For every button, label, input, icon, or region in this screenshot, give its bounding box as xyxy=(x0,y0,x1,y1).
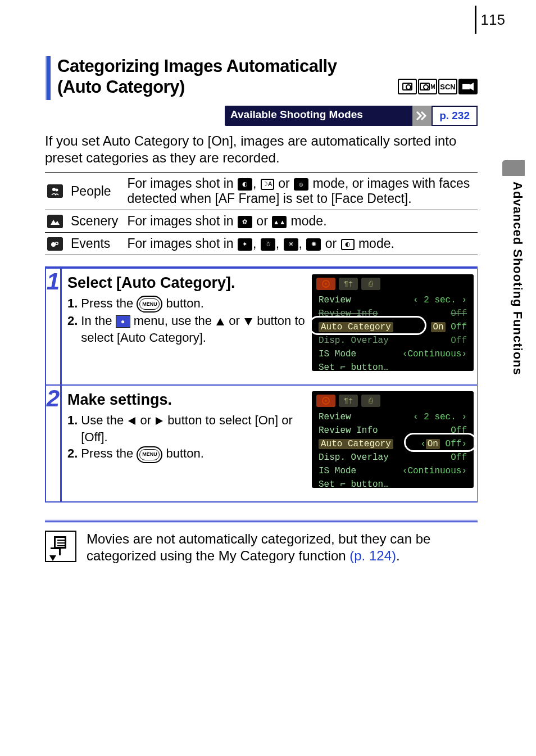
menu-button-icon: MENU xyxy=(137,296,162,313)
substep: 1. Use the or button to select [On] or [… xyxy=(67,412,307,445)
svg-point-5 xyxy=(51,242,56,247)
substep-text: In the xyxy=(81,314,115,328)
chevron-icon xyxy=(412,106,431,126)
lcd-tab-tools-icon: ¶† xyxy=(339,278,358,290)
substep-text: menu, use the xyxy=(134,314,216,328)
right-arrow-icon xyxy=(156,417,163,425)
title-line1: Categorizing Images Automatically xyxy=(57,56,337,76)
title-line2: (Auto Category) xyxy=(57,77,185,97)
table-row: Events For images shot in ✦, ☃, ☀, ✺ or … xyxy=(45,233,478,255)
svg-point-2 xyxy=(52,188,56,191)
category-desc: For images shot in ✿ or ▲▲ mode. xyxy=(122,210,478,233)
substep-number: 1. xyxy=(67,295,78,313)
category-label: People xyxy=(66,173,122,210)
page-number: 115 xyxy=(481,11,505,29)
note-text: Movies are not automatically categorized… xyxy=(87,531,478,564)
desc-text: mode. xyxy=(358,236,394,251)
available-modes-bar: Available Shooting Modes p. 232 xyxy=(225,106,478,126)
note-icon xyxy=(45,531,76,562)
available-modes-ref[interactable]: p. 232 xyxy=(431,106,478,126)
category-label: Scenery xyxy=(66,210,122,233)
svg-point-3 xyxy=(56,189,58,192)
substep: 2. In the ● menu, use the or button to s… xyxy=(67,313,307,346)
category-desc: For images shot in ◐, ☽A or ☺ mode, or i… xyxy=(122,173,478,210)
lcd-row: IS Mode‹Continuous› xyxy=(316,464,469,478)
step-number: 1 xyxy=(45,269,62,384)
page-number-block: 115 xyxy=(475,6,505,34)
side-tab: Advanced Shooting Functions xyxy=(502,160,525,375)
left-arrow-icon xyxy=(128,417,135,425)
substep-text: button. xyxy=(166,446,204,460)
steps-container: 1 Select [Auto Category]. 1. Press the M… xyxy=(45,266,478,503)
side-tab-label: Advanced Shooting Functions xyxy=(502,176,525,375)
events-icon xyxy=(47,237,63,251)
landscape-icon: ▲▲ xyxy=(272,216,287,228)
step-2: 2 Make settings. 1. Use the or button to… xyxy=(45,386,478,503)
kids-pets-icon: ☺ xyxy=(294,178,308,191)
table-row: People For images shot in ◐, ☽A or ☺ mod… xyxy=(45,173,478,210)
indoor-icon: ✦ xyxy=(238,238,252,251)
snow-icon: ☃ xyxy=(261,238,275,251)
page-number-bar xyxy=(475,6,476,34)
desc-text: For images shot in xyxy=(127,214,237,228)
content-area: Categorizing Images Automatically (Auto … xyxy=(45,56,478,564)
substep-text: Use the xyxy=(81,413,127,427)
lcd-row: Review InfoOff xyxy=(316,307,469,320)
svg-point-7 xyxy=(56,242,58,244)
menu-button-icon: MENU xyxy=(137,446,162,463)
foliage-icon: ✿ xyxy=(238,216,252,228)
available-modes-label: Available Shooting Modes xyxy=(225,106,412,126)
mode-icon-strip: M SCN xyxy=(398,79,478,94)
desc-text: For images shot in xyxy=(127,176,237,191)
rec-tab-icon: ● xyxy=(116,315,130,328)
substep-number: 2. xyxy=(67,445,78,463)
lcd-screenshot-1: ¶† ⎙ Review‹ 2 sec. › Review InfoOff Aut… xyxy=(312,274,474,371)
step-1: 1 Select [Auto Category]. 1. Press the M… xyxy=(45,269,478,386)
lcd-row: Review‹ 2 sec. › xyxy=(316,410,469,424)
substep-text: button. xyxy=(166,296,204,310)
lcd-tab-print-icon: ⎙ xyxy=(361,278,380,290)
category-label: Events xyxy=(66,233,122,255)
substep-text: Press the xyxy=(81,296,137,310)
aquarium-icon: ◐ xyxy=(341,239,355,250)
title-block: Categorizing Images Automatically (Auto … xyxy=(45,56,478,100)
lcd-row: Disp. OverlayOff xyxy=(316,451,469,464)
lcd-row-highlight: Auto Category‹On Off› xyxy=(316,437,469,451)
lcd-tab-rec-icon xyxy=(316,278,335,290)
lcd-tab-tools-icon: ¶† xyxy=(339,395,358,407)
desc-text: For images shot in xyxy=(127,236,237,251)
svg-rect-0 xyxy=(462,84,470,89)
svg-marker-1 xyxy=(470,83,474,90)
table-row: Scenery For images shot in ✿ or ▲▲ mode. xyxy=(45,210,478,233)
substep: 2. Press the MENU button. xyxy=(67,445,307,463)
substep-text: or xyxy=(140,413,155,427)
lcd-row: Set ⌐ button… xyxy=(316,361,469,374)
substep-text: Press the xyxy=(81,446,137,460)
people-icon xyxy=(47,184,63,198)
category-desc: For images shot in ✦, ☃, ☀, ✺ or ◐ mode. xyxy=(122,233,478,255)
down-arrow-icon xyxy=(244,318,252,325)
lcd-row: Set ⌐ button… xyxy=(316,478,469,491)
up-arrow-icon xyxy=(216,318,224,325)
lcd-screenshot-2: ¶† ⎙ Review‹ 2 sec. › Review InfoOff Aut… xyxy=(312,391,474,488)
substep: 1. Press the MENU button. xyxy=(67,295,307,313)
mode-movie-icon xyxy=(458,79,478,94)
desc-text: mode. xyxy=(291,214,327,228)
portrait-mode-icon: ◐ xyxy=(238,178,252,191)
substep-number: 1. xyxy=(67,412,78,445)
scenery-icon xyxy=(47,215,63,228)
note: Movies are not automatically categorized… xyxy=(45,531,478,564)
beach-icon: ☀ xyxy=(284,238,298,251)
fireworks-icon: ✺ xyxy=(306,238,321,251)
mode-scn-icon: SCN xyxy=(438,79,457,94)
substep-number: 2. xyxy=(67,313,78,346)
lcd-tab-print-icon: ⎙ xyxy=(361,395,380,407)
lcd-row: IS Mode‹Continuous› xyxy=(316,347,469,361)
lcd-row: Review InfoOff xyxy=(316,424,469,437)
mode-camera-m-icon: M xyxy=(418,79,437,94)
svg-marker-4 xyxy=(51,220,60,225)
separator xyxy=(45,519,478,523)
note-page-ref[interactable]: (p. 124) xyxy=(349,548,396,563)
lcd-row: Review‹ 2 sec. › xyxy=(316,293,469,307)
lcd-row-highlight: Auto CategoryOn Off xyxy=(316,320,469,334)
